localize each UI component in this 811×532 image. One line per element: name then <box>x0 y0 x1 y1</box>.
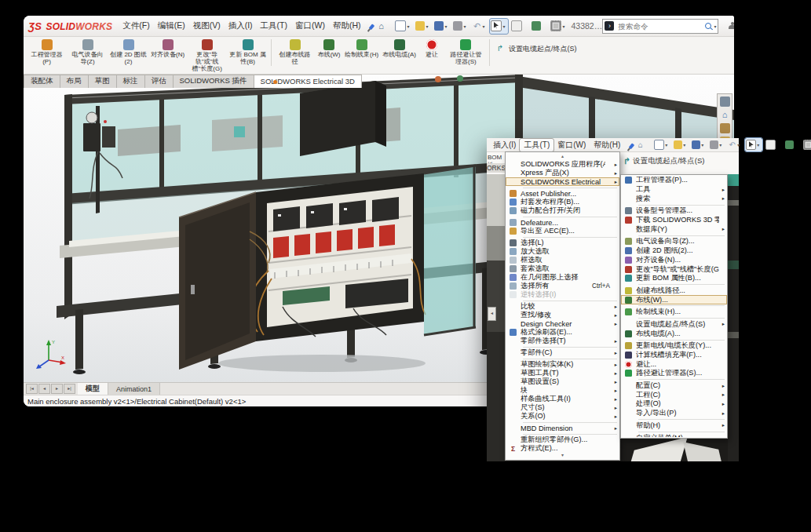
quick-icon[interactable]: ▾ <box>745 138 762 151</box>
quick-icon[interactable]: ▾ <box>452 19 469 34</box>
menu-item[interactable]: 导入/导出(P) ▸ <box>621 409 727 418</box>
ribbon-button[interactable]: 创建 2D 图纸(2) <box>108 38 148 66</box>
cable-endpoints-ribbon-button[interactable]: ↱ 设置电缆起点/终点(S) <box>623 156 705 166</box>
menu-item[interactable]: 更新电线/电缆长度(Y)... <box>621 341 727 351</box>
resources-icon[interactable] <box>720 97 730 107</box>
menubar-item[interactable]: 视图(V) <box>189 19 225 33</box>
pin-icon[interactable] <box>624 141 630 148</box>
menu-item[interactable]: Xpress 产品(X) ▸ <box>506 169 619 177</box>
ribbon-button[interactable]: 避让 <box>418 38 445 59</box>
menu-item[interactable]: 更改"导轨"或"线槽"长度(G)... <box>621 264 727 274</box>
menu-item[interactable]: 配置(C) ▸ <box>621 381 727 391</box>
quick-icon[interactable] <box>510 19 528 34</box>
ribbon-button[interactable]: 更改"导轨"或"线槽"长度(G) <box>187 38 227 74</box>
tab-nav-button[interactable]: ▸| <box>64 384 75 394</box>
menubar-item[interactable]: 工具(T) <box>257 19 291 33</box>
ribbon-button[interactable]: 创建布线路径 <box>275 38 315 66</box>
quick-icon[interactable]: ▾ <box>490 19 508 34</box>
menubar-item[interactable]: 窗口(W) <box>291 19 329 33</box>
ribbon-button[interactable]: 路径避让管理器(S) <box>446 38 486 66</box>
menubar-item[interactable]: 窗口(W) <box>553 139 590 151</box>
model-tab[interactable]: Animation1 <box>108 383 160 395</box>
quick-icon[interactable]: ⌂ <box>635 138 651 151</box>
ribbon-button[interactable]: ↱设置电缆起点/终点(S) <box>493 38 579 55</box>
menu-item[interactable]: 工程管理器(P)... <box>621 176 727 185</box>
menu-item[interactable]: 导出至 AEC(E)... <box>506 227 619 235</box>
menu-item[interactable]: 零部件(C) ▸ <box>506 348 619 357</box>
model-tab[interactable]: 模型 <box>78 383 108 395</box>
ribbon-button[interactable]: 更新 BOM 属性(B) <box>228 38 268 66</box>
quick-icon[interactable] <box>765 138 782 151</box>
menu-item[interactable]: 工程(C) ▸ <box>621 390 727 399</box>
menu-item[interactable]: 设置电缆起点/终点(S) ▸ <box>621 320 727 330</box>
feature-tab[interactable]: SOLIDWORKS 插件 <box>173 75 254 88</box>
search-input[interactable] <box>616 21 703 31</box>
design-library-icon[interactable] <box>720 123 730 133</box>
feature-tab[interactable]: 装配体 <box>24 75 60 88</box>
menu-item[interactable]: 布线(W)... <box>621 295 727 304</box>
tab-nav-button[interactable]: |◂ <box>26 384 38 394</box>
menu-item[interactable]: MBD Dimension ▸ <box>506 424 619 432</box>
quick-icon[interactable]: ⌂ <box>375 19 392 34</box>
menu-item[interactable]: 创建布线路径... <box>621 286 727 296</box>
menu-item[interactable]: 避让... <box>621 359 727 369</box>
ribbon-button[interactable]: 绘制线束(H) <box>343 38 380 59</box>
menubar-item[interactable]: 工具(T) <box>520 139 553 151</box>
quick-icon[interactable]: ▾ <box>802 138 811 151</box>
command-search[interactable]: › ▾ <box>602 19 718 34</box>
quick-icon[interactable]: ▾ <box>433 19 450 34</box>
ribbon-button[interactable]: 布线电缆(A) <box>381 38 418 59</box>
menu-item[interactable]: 下载 SOLIDWORKS 3D 零件... <box>621 216 727 225</box>
quick-icon[interactable]: ↶▾ <box>727 138 743 151</box>
menu-item[interactable]: 逆转选择(I) <box>506 290 619 299</box>
menu-item[interactable]: 自定义菜单(M) <box>621 433 727 437</box>
menu-item[interactable]: 创建 2D 图纸(2)... <box>621 246 727 256</box>
menu-scroll-down[interactable]: ▾ <box>506 452 619 459</box>
menu-item[interactable]: 磁力配合打开/关闭 <box>506 206 619 215</box>
ribbon-button[interactable]: 工程管理器(P) <box>27 38 67 66</box>
tab-nav-button[interactable]: ◂ <box>38 384 50 394</box>
menubar-item[interactable]: 插入(I) <box>225 19 257 33</box>
menu-item[interactable]: 电气设备向导(Z)... <box>621 237 727 246</box>
caret-down-icon[interactable]: ▾ <box>714 24 716 29</box>
quick-icon[interactable]: ↶▾ <box>471 19 488 34</box>
menu-item[interactable]: 工具 ▸ <box>621 185 727 195</box>
menu-item[interactable]: 关系(O) ▸ <box>506 412 619 421</box>
menubar-item[interactable]: 编辑(E) <box>154 19 189 33</box>
solidworks-home-icon[interactable]: ⌂ <box>720 110 730 120</box>
magnifier-icon[interactable] <box>705 23 711 29</box>
feature-tab[interactable]: 布局 <box>60 75 89 88</box>
quick-icon[interactable]: ▾ <box>709 138 725 151</box>
menu-item[interactable]: 设备型号管理器... <box>621 206 727 216</box>
quick-icon[interactable]: ▾ <box>394 19 412 34</box>
ribbon-button[interactable]: 布线(W) <box>316 38 342 59</box>
pin-icon[interactable] <box>365 22 371 29</box>
menu-item[interactable]: 更新 BOM 属性(B)... <box>621 274 727 283</box>
tab-nav-button[interactable]: ▸ <box>51 384 63 394</box>
panel-collapse-arrow[interactable]: ◂ <box>488 307 496 321</box>
quick-icon[interactable]: ▾ <box>673 138 689 151</box>
feature-tab[interactable]: 评估 <box>144 75 174 88</box>
menu-item[interactable]: 零部件选择(T) ▸ <box>506 337 619 345</box>
feature-tab[interactable]: 标注 <box>116 75 145 88</box>
feature-tab[interactable]: SOLIDWORKS Electrical 3D <box>254 75 362 88</box>
menu-scroll-up[interactable]: ▴ <box>506 153 619 160</box>
menubar-item[interactable]: 文件(F) <box>119 19 153 33</box>
menubar-item[interactable]: 插入(I) <box>489 139 520 151</box>
menu-item[interactable]: 帮助(H) ▸ <box>621 421 727 431</box>
quick-icon[interactable] <box>784 138 800 151</box>
quick-icon[interactable]: ▾ <box>691 138 707 151</box>
ribbon-button[interactable]: 电气设备向导(Z) <box>68 38 108 66</box>
menu-item[interactable]: 计算线槽填充率(F)... <box>621 351 727 360</box>
menu-item[interactable]: 布线电缆(A)... <box>621 329 727 338</box>
menu-item[interactable]: Σ 方程式(E)... <box>506 444 619 452</box>
menu-item[interactable]: 处理(O) ▸ <box>621 399 727 409</box>
quick-icon[interactable]: ▾ <box>550 19 568 34</box>
feature-tab[interactable]: 草图 <box>88 75 117 88</box>
quick-icon[interactable] <box>531 19 547 34</box>
menu-item[interactable]: 数据库(Y) ▸ <box>621 224 727 234</box>
menubar-item[interactable]: 帮助(H) <box>329 19 365 33</box>
ribbon-button[interactable]: 对齐设备(N) <box>149 38 186 59</box>
menu-item[interactable]: 路径避让管理器(S)... <box>621 369 727 378</box>
quick-icon[interactable]: ▾ <box>415 19 431 34</box>
